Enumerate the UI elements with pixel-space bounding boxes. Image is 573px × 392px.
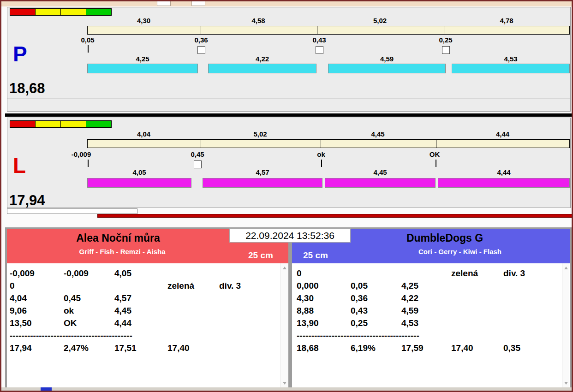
split-divider (201, 140, 201, 148)
marker-tick (436, 160, 436, 167)
dog-time: 4,45 (325, 168, 436, 176)
dog-time-bar (87, 64, 198, 73)
lane-panel-p: 4,30 4,58 5,02 4,78 0,05 0,36 0,43 0,25 … (7, 7, 571, 112)
indicator-red (10, 8, 36, 16)
dog-time: 4,25 (87, 55, 198, 63)
summary-row: 17,942,47%17,5117,40 (7, 342, 280, 354)
split-divider (317, 26, 317, 34)
cell: div. 3 (219, 281, 280, 291)
cell: 17,40 (451, 343, 503, 353)
cell: 13,90 (297, 318, 351, 328)
cell: ok (64, 306, 114, 316)
split-divider (321, 140, 321, 148)
cell: 4,59 (401, 306, 451, 316)
cell: 0,45 (64, 293, 114, 303)
titlebar-tab[interactable] (157, 1, 171, 6)
cell: 17,94 (10, 343, 64, 353)
table-row: 8,880,434,59 (292, 304, 561, 317)
lane-panel-l: 4,04 5,02 4,45 4,44 -0,009 0,45 ok OK 4,… (7, 118, 571, 208)
marker-value: 0,25 (432, 36, 460, 44)
taskbar-fragment (41, 387, 52, 391)
table-row: -0,009-0,0094,05 (7, 267, 280, 279)
cell: 17,40 (167, 343, 219, 353)
split-time: 4,04 (87, 130, 200, 138)
split-time: 4,45 (320, 130, 436, 138)
cell: 17,51 (114, 343, 167, 353)
indicator-yellow (35, 120, 61, 128)
team-members: Griff - Fish - Remzi - Aisha (7, 248, 238, 255)
lane-total-time: 17,94 (9, 193, 45, 208)
cell: div. 3 (503, 268, 561, 279)
cell: 4,22 (401, 293, 451, 303)
cell: 17,59 (401, 343, 451, 353)
split-time: 4,58 (200, 17, 316, 24)
fault-checkbox[interactable] (194, 160, 202, 168)
lane-letter: L (13, 155, 26, 176)
split-time: 5,02 (316, 17, 443, 24)
cell: 4,05 (114, 268, 167, 279)
dog-time-bar (325, 178, 436, 188)
marker-value: 0,36 (187, 36, 215, 44)
scroll-down-icon[interactable] (562, 380, 570, 387)
split-time: 5,02 (200, 130, 320, 138)
fault-checkbox[interactable] (442, 46, 450, 54)
table-row: 0zelenádiv. 3 (292, 267, 561, 279)
indicator-yellow2 (60, 8, 86, 16)
titlebar-tab[interactable] (191, 1, 205, 6)
status-indicators (10, 120, 111, 129)
cell: 6,19% (351, 343, 401, 353)
split-time: 4,44 (436, 130, 570, 138)
table-row: 0zelenádiv. 3 (7, 279, 280, 292)
scrollbar[interactable] (562, 263, 569, 388)
cell: 0 (10, 281, 64, 291)
cell: 0,05 (351, 281, 401, 291)
dog-time: 4,59 (328, 55, 446, 63)
cell: zelená (451, 268, 503, 279)
fault-checkbox[interactable] (316, 46, 323, 54)
table-row: 13,900,254,53 (292, 317, 561, 329)
dog-time: 4,53 (452, 55, 570, 63)
split-bar (87, 139, 570, 148)
cell: 0 (297, 268, 351, 279)
table-row: 13,50OK4,44 (7, 317, 280, 329)
cell: -0,009 (64, 268, 114, 279)
dog-time: 4,44 (438, 168, 570, 176)
separator-row: ----------------------------------------… (7, 329, 280, 342)
indicator-yellow (35, 8, 61, 16)
cell: 4,44 (114, 318, 167, 328)
dog-time: 4,57 (203, 168, 322, 176)
scroll-up-icon[interactable] (562, 264, 570, 272)
team-category: 25 cm (248, 250, 273, 261)
bottom-edge (1, 387, 572, 391)
fault-checkbox[interactable] (197, 46, 205, 54)
cell: 0,43 (351, 306, 401, 316)
cell: 18,68 (297, 343, 351, 353)
team-name: DumbleDogs G (320, 232, 570, 244)
split-time: 4,78 (443, 17, 570, 24)
indicator-green (86, 120, 112, 128)
marker-tick (321, 160, 322, 167)
cell: 0,35 (503, 343, 561, 353)
cell: 4,04 (10, 293, 64, 303)
lane-divider (5, 113, 572, 117)
cell: 0,36 (351, 293, 401, 303)
team-results-left: -0,009-0,0094,05 0zelenádiv. 3 4,040,454… (7, 263, 288, 388)
table-row: 9,06ok4,45 (7, 304, 280, 317)
cell: 8,88 (297, 306, 351, 316)
lane-total-time: 18,68 (9, 81, 45, 95)
scrollbar[interactable] (281, 263, 288, 388)
dog-time-bar (438, 178, 570, 188)
scroll-up-icon[interactable] (281, 264, 288, 272)
scroll-down-icon[interactable] (281, 380, 288, 387)
lane-letter: P (13, 43, 27, 65)
cell: -0,009 (10, 268, 64, 279)
dog-time: 4,05 (87, 168, 191, 176)
indicator-green (86, 8, 112, 16)
table-row: 4,300,364,22 (292, 292, 561, 304)
split-divider (201, 26, 201, 34)
total-underline (7, 99, 570, 99)
team-results-right: 0zelenádiv. 3 0,0000,054,25 4,300,364,22… (292, 263, 570, 388)
marker-value: 0,05 (74, 36, 101, 44)
table-row: 4,040,454,57 (7, 292, 280, 304)
separator-row: ----------------------------------------… (292, 329, 561, 342)
